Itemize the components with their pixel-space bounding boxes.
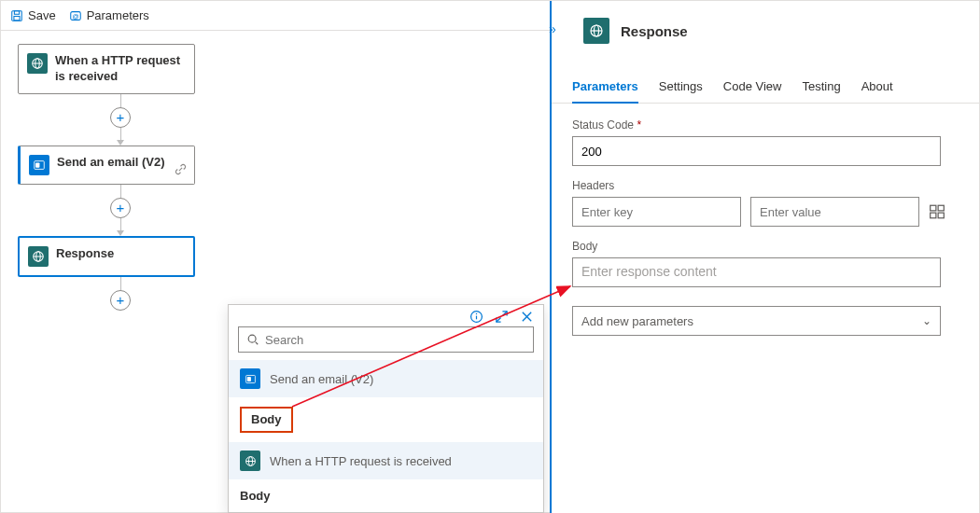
node-response[interactable]: Response bbox=[18, 236, 195, 277]
svg-rect-30 bbox=[931, 205, 936, 211]
tab-about[interactable]: About bbox=[861, 74, 893, 103]
designer-canvas[interactable]: When a HTTP request is received + Send a… bbox=[1, 31, 552, 513]
headers-label: Headers bbox=[572, 179, 959, 192]
save-icon bbox=[10, 9, 23, 22]
link-icon bbox=[175, 163, 187, 178]
tab-codeview[interactable]: Code View bbox=[723, 74, 782, 103]
body-input[interactable]: Enter response content bbox=[572, 257, 941, 287]
header-key-input[interactable] bbox=[572, 197, 741, 227]
parameters-label: Parameters bbox=[87, 8, 149, 22]
status-code-input[interactable] bbox=[572, 136, 941, 166]
svg-rect-33 bbox=[938, 213, 944, 218]
node-send-email[interactable]: Send an email (V2) bbox=[18, 146, 195, 185]
outlook-icon bbox=[240, 368, 260, 389]
info-icon[interactable] bbox=[469, 310, 483, 324]
svg-rect-1 bbox=[14, 10, 19, 14]
add-step-button[interactable]: + bbox=[110, 107, 131, 128]
svg-line-17 bbox=[497, 317, 501, 322]
tab-parameters[interactable]: Parameters bbox=[572, 74, 638, 104]
svg-point-15 bbox=[476, 313, 478, 315]
close-icon[interactable] bbox=[520, 310, 534, 324]
collapse-panel-button[interactable]: » bbox=[549, 21, 556, 36]
save-label: Save bbox=[28, 8, 56, 22]
add-step-button[interactable]: + bbox=[110, 198, 131, 218]
header-value-input[interactable] bbox=[750, 197, 919, 227]
svg-rect-23 bbox=[246, 377, 250, 381]
add-step-button[interactable]: + bbox=[110, 290, 131, 311]
connector: + bbox=[18, 94, 223, 146]
svg-rect-31 bbox=[938, 205, 944, 211]
picker-item-body-email[interactable]: Body bbox=[229, 397, 543, 442]
add-parameters-label: Add new parameters bbox=[581, 314, 693, 328]
svg-line-21 bbox=[256, 342, 259, 345]
connector: + bbox=[18, 185, 223, 236]
details-panel: » Response Parameters Settings Code View… bbox=[550, 1, 979, 513]
svg-rect-2 bbox=[14, 16, 20, 20]
connector: + bbox=[18, 277, 223, 311]
outlook-icon bbox=[29, 155, 49, 175]
parameters-button[interactable]: @ Parameters bbox=[69, 8, 149, 22]
svg-line-16 bbox=[502, 312, 507, 316]
add-parameters-dropdown[interactable]: Add new parameters ⌄ bbox=[572, 306, 941, 336]
picker-item-label: Body bbox=[240, 407, 293, 433]
panel-title: Response bbox=[621, 23, 688, 39]
globe-icon bbox=[240, 451, 260, 471]
node-label: When a HTTP request is received bbox=[55, 53, 186, 85]
save-button[interactable]: Save bbox=[10, 8, 56, 22]
picker-group-label: When a HTTP request is received bbox=[270, 454, 452, 468]
picker-item-label: Body bbox=[240, 489, 271, 503]
picker-group-label: Send an email (V2) bbox=[270, 372, 373, 386]
node-label: Response bbox=[56, 246, 114, 262]
search-icon bbox=[246, 333, 259, 346]
svg-text:@: @ bbox=[72, 12, 78, 19]
globe-icon bbox=[28, 246, 49, 267]
picker-group-http-request[interactable]: When a HTTP request is received bbox=[229, 442, 543, 479]
parameters-icon: @ bbox=[69, 9, 82, 22]
switch-mode-icon[interactable] bbox=[929, 203, 945, 220]
picker-item-body-http[interactable]: Body bbox=[229, 479, 543, 512]
node-label: Send an email (V2) bbox=[57, 155, 165, 171]
panel-tabs: Parameters Settings Code View Testing Ab… bbox=[552, 74, 979, 104]
body-label: Body bbox=[572, 240, 959, 253]
svg-rect-9 bbox=[35, 162, 39, 167]
svg-point-20 bbox=[248, 335, 256, 342]
svg-rect-32 bbox=[931, 213, 936, 218]
node-http-request[interactable]: When a HTTP request is received bbox=[18, 44, 195, 94]
globe-icon bbox=[583, 18, 609, 44]
tab-testing[interactable]: Testing bbox=[802, 74, 840, 103]
dynamic-content-picker: Send an email (V2) Body When a HTTP requ… bbox=[228, 304, 544, 513]
picker-group-send-email[interactable]: Send an email (V2) bbox=[229, 360, 543, 397]
expand-icon[interactable] bbox=[495, 310, 509, 324]
globe-icon bbox=[27, 53, 48, 74]
search-input[interactable] bbox=[238, 326, 534, 353]
status-code-label: Status Code * bbox=[572, 118, 959, 132]
chevron-down-icon: ⌄ bbox=[922, 314, 931, 327]
tab-settings[interactable]: Settings bbox=[659, 74, 703, 103]
